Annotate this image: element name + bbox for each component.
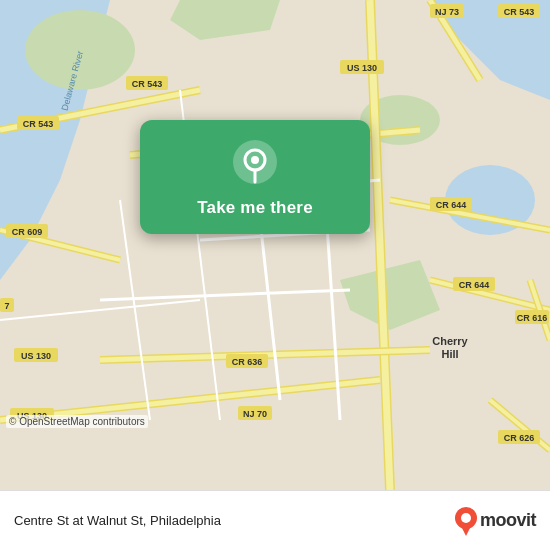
svg-point-4 (25, 10, 135, 90)
popup-card: Take me there (140, 120, 370, 234)
label-us130-top: US 130 (347, 63, 377, 73)
location-address: Centre St at Walnut St, Philadelphia (14, 513, 221, 528)
moovit-pin-icon (454, 506, 478, 536)
label-nj73: NJ 73 (435, 7, 459, 17)
label-cr626: CR 626 (504, 433, 535, 443)
moovit-logo: moovit (454, 506, 536, 536)
map-container[interactable]: Delaware River CR 543 NJ 73 CR 543 NJ 90… (0, 0, 550, 490)
moovit-wordmark: moovit (480, 510, 536, 531)
bottom-bar: Centre St at Walnut St, Philadelphia moo… (0, 490, 550, 550)
label-cr644-top: CR 644 (436, 200, 467, 210)
label-cherry-hill-2: Hill (441, 348, 458, 360)
label-cr636: CR 636 (232, 357, 263, 367)
label-cr543-nw: CR 543 (23, 119, 54, 129)
label-cr616: CR 616 (517, 313, 548, 323)
svg-point-60 (461, 513, 471, 523)
label-nj70: NJ 70 (243, 409, 267, 419)
location-pin-icon (231, 138, 279, 186)
osm-credit: © OpenStreetMap contributors (6, 415, 148, 428)
svg-marker-61 (462, 528, 470, 536)
take-me-there-button[interactable]: Take me there (197, 196, 313, 220)
label-cr543-ne: CR 543 (504, 7, 535, 17)
label-us130-mid: US 130 (21, 351, 51, 361)
label-cr609: CR 609 (12, 227, 43, 237)
label-cherry-hill: Cherry (432, 335, 468, 347)
label-7: 7 (4, 301, 9, 311)
label-cr644-mid: CR 644 (459, 280, 490, 290)
label-cr543-sw: CR 543 (132, 79, 163, 89)
svg-point-57 (251, 156, 259, 164)
